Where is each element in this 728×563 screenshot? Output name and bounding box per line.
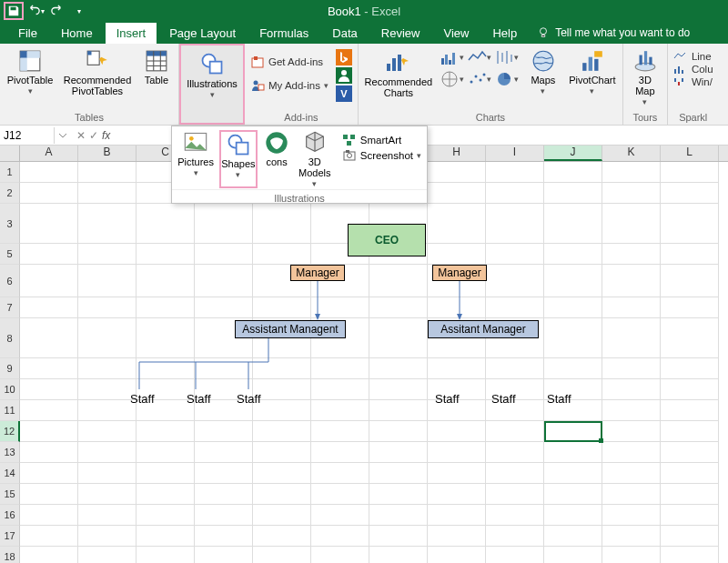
cell[interactable] xyxy=(602,463,661,484)
cell[interactable] xyxy=(78,547,136,563)
cell[interactable] xyxy=(428,526,486,547)
cell[interactable] xyxy=(661,297,719,318)
cell[interactable] xyxy=(602,421,661,442)
cell[interactable] xyxy=(195,244,253,265)
cell[interactable] xyxy=(195,463,253,484)
people-icon[interactable] xyxy=(336,67,352,84)
cell[interactable] xyxy=(311,484,369,505)
cell[interactable] xyxy=(311,400,369,421)
cell[interactable] xyxy=(136,318,195,358)
cell[interactable] xyxy=(661,379,719,400)
cell[interactable] xyxy=(136,244,195,265)
cell[interactable] xyxy=(661,421,719,442)
cell[interactable] xyxy=(195,526,253,547)
shape-manager-1[interactable]: Manager xyxy=(290,265,345,281)
screenshot-button[interactable]: Screenshot ▾ xyxy=(342,149,421,162)
cell[interactable] xyxy=(20,421,78,442)
cell[interactable] xyxy=(369,297,428,318)
select-all-corner[interactable] xyxy=(0,146,20,161)
rec-charts-button[interactable]: Recommended Charts xyxy=(364,47,433,100)
cell[interactable] xyxy=(195,265,253,297)
cell[interactable] xyxy=(195,358,253,379)
cell[interactable] xyxy=(78,358,136,379)
cell[interactable] xyxy=(661,265,719,297)
shape-asst-2[interactable]: Assitant Manager xyxy=(428,320,539,338)
cell[interactable] xyxy=(602,505,661,526)
cell[interactable] xyxy=(544,421,602,442)
cell[interactable] xyxy=(544,204,602,244)
row-10[interactable]: 10 xyxy=(0,379,20,400)
get-addins-button[interactable]: Get Add-ins xyxy=(250,53,329,71)
cell[interactable] xyxy=(253,400,311,421)
cell[interactable] xyxy=(78,421,136,442)
tab-review[interactable]: Review xyxy=(370,23,431,44)
fx-icon[interactable]: fx xyxy=(102,129,110,142)
row-8[interactable]: 8 xyxy=(0,318,20,358)
save-button[interactable] xyxy=(4,2,24,20)
cell[interactable] xyxy=(428,297,486,318)
cell[interactable] xyxy=(136,526,195,547)
cell[interactable] xyxy=(78,318,136,358)
icons-button[interactable]: cons xyxy=(263,130,291,188)
cell[interactable] xyxy=(136,463,195,484)
cell[interactable] xyxy=(486,463,544,484)
cell[interactable] xyxy=(602,318,661,358)
cell[interactable] xyxy=(544,244,602,265)
pivottable-button[interactable]: PivotTable▾ xyxy=(5,47,55,98)
cell[interactable] xyxy=(195,547,253,563)
cell[interactable] xyxy=(602,379,661,400)
cell[interactable] xyxy=(369,505,428,526)
cell[interactable] xyxy=(311,463,369,484)
col-H[interactable]: H xyxy=(428,146,486,161)
cell[interactable] xyxy=(486,244,544,265)
cell[interactable] xyxy=(428,463,486,484)
pie-chart-button[interactable]: ▾ xyxy=(495,69,519,89)
cell[interactable] xyxy=(195,505,253,526)
cell[interactable] xyxy=(428,442,486,463)
cell[interactable] xyxy=(369,442,428,463)
cell[interactable] xyxy=(602,244,661,265)
cell[interactable] xyxy=(661,358,719,379)
cell[interactable] xyxy=(253,358,311,379)
sparkline-column-button[interactable]: Colu xyxy=(673,64,713,75)
cell[interactable] xyxy=(602,547,661,563)
row-5[interactable]: 5 xyxy=(0,244,20,265)
cell[interactable] xyxy=(428,505,486,526)
illustrations-button[interactable]: Illustrations▾ xyxy=(179,44,245,125)
cell[interactable] xyxy=(661,442,719,463)
row-17[interactable]: 17 xyxy=(0,526,20,547)
cell[interactable] xyxy=(253,484,311,505)
cell[interactable] xyxy=(661,244,719,265)
cell[interactable] xyxy=(311,442,369,463)
cell[interactable] xyxy=(486,526,544,547)
cell[interactable] xyxy=(369,421,428,442)
cell[interactable] xyxy=(544,526,602,547)
col-K[interactable]: K xyxy=(602,146,661,161)
cell[interactable] xyxy=(661,318,719,358)
cell[interactable] xyxy=(78,526,136,547)
cell[interactable] xyxy=(20,318,78,358)
sparkline-winloss-button[interactable]: Win/ xyxy=(673,76,713,87)
cell[interactable] xyxy=(486,265,544,297)
cell[interactable] xyxy=(136,265,195,297)
cell[interactable] xyxy=(369,265,428,297)
cell[interactable] xyxy=(20,484,78,505)
3d-map-button[interactable]: 3D Map▾ xyxy=(629,47,662,109)
cell[interactable] xyxy=(661,400,719,421)
shape-ceo[interactable]: CEO xyxy=(348,224,426,256)
cell[interactable] xyxy=(602,526,661,547)
tab-help[interactable]: Help xyxy=(481,23,528,44)
cell[interactable] xyxy=(78,297,136,318)
cell[interactable] xyxy=(20,505,78,526)
shape-asst-1[interactable]: Assistant Managent xyxy=(235,320,346,338)
cell[interactable] xyxy=(136,297,195,318)
cell[interactable] xyxy=(486,421,544,442)
cell[interactable] xyxy=(661,463,719,484)
cell[interactable] xyxy=(20,526,78,547)
cell[interactable] xyxy=(544,505,602,526)
cell[interactable] xyxy=(428,204,486,244)
cell[interactable] xyxy=(253,547,311,563)
cell[interactable] xyxy=(602,442,661,463)
cell[interactable] xyxy=(20,379,78,400)
cell[interactable] xyxy=(486,484,544,505)
